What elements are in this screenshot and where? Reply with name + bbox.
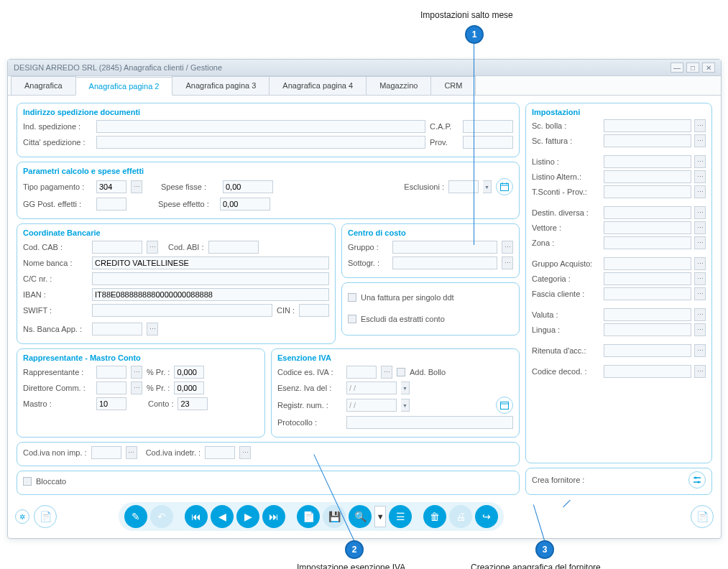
impost-lookup[interactable]: ⋯ — [694, 170, 706, 183]
impost-lookup[interactable]: ⋯ — [694, 206, 706, 219]
dropdown-esenz-del[interactable]: ▼ — [401, 381, 410, 394]
lookup-codice-es-iva[interactable]: ⋯ — [381, 366, 392, 379]
lookup-codiva-nonimp[interactable]: ⋯ — [126, 446, 137, 459]
input-cin[interactable] — [299, 304, 329, 317]
impost-lookup[interactable]: ⋯ — [694, 221, 706, 234]
impost-lookup[interactable]: ⋯ — [694, 134, 706, 147]
undo-button[interactable]: ↶ — [150, 505, 173, 528]
print-button[interactable]: 🖨 — [449, 505, 472, 528]
impost-input[interactable] — [604, 323, 691, 336]
lookup-rappresentante[interactable]: ⋯ — [131, 366, 142, 379]
input-perc-dir[interactable] — [174, 381, 204, 394]
list-button[interactable]: ☰ — [389, 505, 412, 528]
impost-lookup[interactable]: ⋯ — [694, 344, 706, 357]
dropdown-esclusioni[interactable]: ▼ — [483, 180, 492, 193]
impost-input[interactable] — [604, 272, 691, 285]
button-esenzione-iva[interactable] — [496, 397, 513, 414]
input-cod-cab[interactable] — [92, 241, 142, 254]
lookup-codiva-indetr[interactable]: ⋯ — [239, 446, 251, 459]
button-crea-fornitore[interactable] — [688, 471, 706, 489]
gear-small-button[interactable]: ✲ — [15, 509, 29, 524]
search-dropdown[interactable]: ▼ — [374, 506, 386, 527]
impost-input[interactable] — [604, 155, 691, 168]
dropdown-registr-num[interactable]: ▼ — [401, 399, 410, 412]
input-perc-rappr[interactable] — [174, 366, 204, 379]
input-esenz-del[interactable] — [346, 381, 397, 394]
impost-input[interactable] — [604, 185, 691, 198]
input-citta-spedizione[interactable] — [96, 136, 425, 149]
minimize-button[interactable]: — — [671, 63, 683, 73]
lookup-tipo-pagamento[interactable]: ⋯ — [131, 180, 142, 193]
input-banca-app[interactable] — [92, 323, 142, 336]
impost-lookup[interactable]: ⋯ — [694, 236, 706, 249]
delete-button[interactable]: 🗑 — [423, 505, 446, 528]
first-button[interactable]: ⏮ — [185, 505, 208, 528]
tab-anagrafica-4[interactable]: Anagrafica pagina 4 — [269, 76, 367, 95]
impost-lookup[interactable]: ⋯ — [694, 272, 706, 285]
next-button[interactable]: ▶ — [236, 505, 259, 528]
input-registr-num[interactable] — [346, 399, 397, 412]
input-ind-spedizione[interactable] — [96, 120, 425, 133]
input-protocollo[interactable] — [346, 416, 513, 429]
doc2-button[interactable]: 📄 — [691, 505, 714, 528]
input-nome-banca[interactable] — [92, 256, 329, 269]
new-doc-button[interactable]: 📄 — [34, 505, 57, 528]
input-cap[interactable] — [463, 120, 513, 133]
impost-lookup[interactable]: ⋯ — [694, 119, 706, 132]
tab-crm[interactable]: CRM — [430, 76, 476, 95]
edit-button[interactable]: ✎ — [124, 505, 147, 528]
impost-lookup[interactable]: ⋯ — [694, 308, 706, 321]
input-codiva-indetr[interactable] — [205, 446, 235, 459]
input-swift[interactable] — [92, 304, 272, 317]
input-tipo-pagamento[interactable] — [96, 180, 126, 193]
input-direttore[interactable] — [96, 381, 126, 394]
impost-input[interactable] — [604, 119, 691, 132]
lookup-banca-app[interactable]: ⋯ — [147, 323, 158, 336]
impost-lookup[interactable]: ⋯ — [694, 287, 706, 300]
last-button[interactable]: ⏭ — [262, 505, 285, 528]
impost-input[interactable] — [604, 236, 691, 249]
input-prov[interactable] — [463, 136, 513, 149]
impost-input[interactable] — [604, 206, 691, 219]
input-sottogr[interactable] — [392, 256, 497, 269]
impost-lookup[interactable]: ⋯ — [694, 365, 706, 378]
impost-lookup[interactable]: ⋯ — [694, 155, 706, 168]
lookup-direttore[interactable]: ⋯ — [131, 381, 142, 394]
impost-input[interactable] — [604, 308, 691, 321]
tab-anagrafica[interactable]: Anagrafica — [11, 76, 76, 95]
input-gg-post[interactable] — [96, 198, 126, 211]
tab-anagrafica-3[interactable]: Anagrafica pagina 3 — [172, 76, 269, 95]
input-gruppo[interactable] — [392, 241, 497, 254]
exit-button[interactable]: ↪ — [475, 505, 498, 528]
impost-lookup[interactable]: ⋯ — [694, 185, 706, 198]
checkbox-escludi-estratti[interactable] — [348, 315, 356, 323]
impost-input[interactable] — [604, 170, 691, 183]
lookup-gruppo[interactable]: ⋯ — [502, 241, 513, 254]
lookup-cod-cab[interactable]: ⋯ — [147, 241, 158, 254]
input-cod-abi[interactable] — [208, 241, 259, 254]
input-mastro[interactable] — [96, 397, 126, 410]
input-spese-effetto[interactable] — [220, 198, 270, 211]
input-rappresentante[interactable] — [96, 366, 126, 379]
close-button[interactable]: ✕ — [702, 63, 715, 73]
impost-input[interactable] — [604, 344, 691, 357]
checkbox-singolo-ddt[interactable] — [348, 293, 356, 302]
impost-lookup[interactable]: ⋯ — [694, 257, 706, 270]
tab-anagrafica-2[interactable]: Anagrafica pagina 2 — [75, 77, 173, 96]
button-salto-mese[interactable] — [496, 178, 513, 195]
input-iban[interactable] — [92, 288, 329, 301]
impost-input[interactable] — [604, 134, 691, 147]
impost-input[interactable] — [604, 257, 691, 270]
input-conto[interactable] — [178, 397, 208, 410]
impost-input[interactable] — [604, 221, 691, 234]
impost-input[interactable] — [604, 365, 691, 378]
impost-input[interactable] — [604, 287, 691, 300]
input-spese-fisse[interactable] — [223, 180, 273, 193]
add-doc-button[interactable]: 📄 — [297, 505, 320, 528]
checkbox-add-bollo[interactable] — [397, 368, 405, 376]
prev-button[interactable]: ◀ — [211, 505, 234, 528]
checkbox-bloccato[interactable] — [23, 477, 32, 486]
impost-lookup[interactable]: ⋯ — [694, 323, 706, 336]
input-codiva-nonimp[interactable] — [91, 446, 121, 459]
search-button[interactable]: 🔍 — [349, 505, 372, 528]
